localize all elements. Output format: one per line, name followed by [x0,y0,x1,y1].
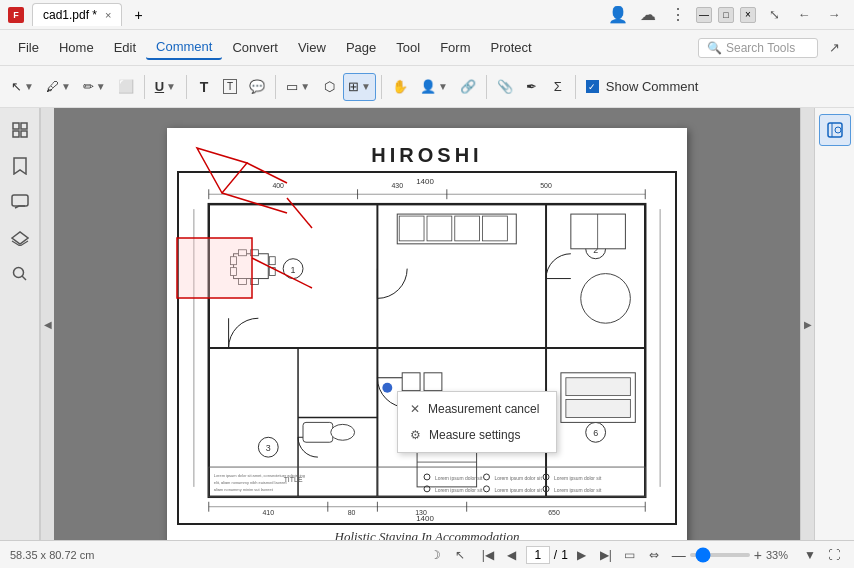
svg-text:Lorem ipsum dolor sit: Lorem ipsum dolor sit [554,488,602,493]
sidebar-comment-btn[interactable] [6,188,34,216]
next-page-btn[interactable]: ▶ [572,545,592,565]
page-dimensions: 58.35 x 80.72 cm [10,549,418,561]
menu-file[interactable]: File [8,36,49,59]
zoom-controls: — + 33% ▼ ⛶ [672,545,844,565]
select-tool-btn[interactable]: ↖ [450,545,470,565]
menu-convert[interactable]: Convert [222,36,288,59]
measurement-tool-btn[interactable]: ⊞ ▼ [343,73,376,101]
menu-view[interactable]: View [288,36,336,59]
left-collapse-btn[interactable]: ◀ [40,108,54,540]
pen-tool-btn[interactable]: ✏ ▼ [78,73,111,101]
menu-protect[interactable]: Protect [480,36,541,59]
text-icon: T [200,79,209,95]
first-page-btn[interactable]: |◀ [478,545,498,565]
formula-tool-btn[interactable]: Σ [546,73,570,101]
new-tab-btn[interactable]: + [124,3,152,27]
svg-rect-1 [21,123,27,129]
formula-icon: Σ [554,79,562,94]
hand-icon: ✋ [392,79,408,94]
cloud-icon[interactable]: ☁ [636,3,660,27]
toolbar: ↖ ▼ 🖊 ▼ ✏ ▼ ⬜ U ▼ T T 💬 ▭ ▼ ⬡ ⊞ ▼ ✋ [0,66,854,108]
zoom-in-btn[interactable]: + [754,547,762,563]
svg-text:80: 80 [348,509,356,516]
sep2 [186,75,187,99]
cursor-tool-btn[interactable]: ↖ ▼ [6,73,39,101]
attachment-tool-btn[interactable]: 📎 [492,73,518,101]
menu-home[interactable]: Home [49,36,104,59]
page-number-input[interactable]: 1 [526,546,550,564]
zoom-dropdown-btn[interactable]: ▼ [800,545,820,565]
last-page-btn[interactable]: ▶| [596,545,616,565]
window-close-btn[interactable]: × [740,7,756,23]
sep3 [275,75,276,99]
menu-form[interactable]: Form [430,36,480,59]
stamp-tool-btn[interactable]: ⬡ [317,73,341,101]
svg-text:1400: 1400 [416,177,434,186]
rectangle-tool-btn[interactable]: ▭ ▼ [281,73,315,101]
svg-rect-51 [231,257,237,265]
context-menu-settings[interactable]: ⚙ Measure settings [398,422,556,448]
menu-page[interactable]: Page [336,36,386,59]
textbox-tool-btn[interactable]: T [218,73,242,101]
show-comment-toggle[interactable]: ✓ Show Comment [581,73,703,101]
prev-page-btn[interactable]: ◀ [502,545,522,565]
menu-edit[interactable]: Edit [104,36,146,59]
cursor-icon: ↖ [11,79,22,94]
hand-tool-btn[interactable]: ✋ [387,73,413,101]
expand-icon[interactable]: ⤡ [762,3,786,27]
hand-scroll-btn[interactable]: ☽ [426,545,446,565]
text-tool-btn[interactable]: T [192,73,216,101]
svg-point-78 [382,383,392,393]
right-panel-icon[interactable] [819,114,851,146]
svg-text:Lorem ipsum dolor sit: Lorem ipsum dolor sit [554,476,602,481]
link-tool-btn[interactable]: 🔗 [455,73,481,101]
zoom-slider[interactable] [690,553,750,557]
more-options-icon[interactable]: ⋮ [666,3,690,27]
tab-close-btn[interactable]: × [105,9,111,21]
search-tools[interactable]: 🔍 Search Tools [698,38,818,58]
page-area[interactable]: HIROSHI 400 430 500 140 [54,108,800,540]
svg-rect-4 [12,195,28,206]
fit-width-btn[interactable]: ⇔ [644,545,664,565]
document-tab[interactable]: cad1.pdf * × [32,3,122,26]
menubar: File Home Edit Comment Convert View Page… [0,30,854,66]
sidebar-thumbnail-btn[interactable] [6,116,34,144]
right-collapse-btn[interactable]: ▶ [800,108,814,540]
sidebar-bookmark-btn[interactable] [6,152,34,180]
sidebar-search-btn[interactable] [6,260,34,288]
svg-text:1: 1 [291,265,296,275]
zoom-percent: 33% [766,549,796,561]
zoom-out-btn[interactable]: — [672,547,686,563]
person-tool-btn[interactable]: 👤 ▼ [415,73,453,101]
fit-page-btn[interactable]: ▭ [620,545,640,565]
textbox-icon: T [223,79,237,94]
page-separator: / [554,548,557,562]
callout-tool-btn[interactable]: 💬 [244,73,270,101]
pdf-subtitle: Holistic Staying In Accommodation [177,525,677,540]
underline-tool-btn[interactable]: U ▼ [150,73,181,101]
account-icon[interactable]: 👤 [606,3,630,27]
window-maximize-btn[interactable]: □ [718,7,734,23]
link-icon: 🔗 [460,79,476,94]
window-minimize-btn[interactable]: — [696,7,712,23]
menu-comment[interactable]: Comment [146,35,222,60]
context-menu-cancel[interactable]: ✕ Measurement cancel [398,396,556,422]
context-menu: ✕ Measurement cancel ⚙ Measure settings [397,391,557,453]
external-link-icon[interactable]: ↗ [822,36,846,60]
sidebar-layers-btn[interactable] [6,224,34,252]
fullscreen-btn[interactable]: ⛶ [824,545,844,565]
titlebar: F cad1.pdf * × + 👤 ☁ ⋮ — □ × ⤡ ← → [0,0,854,30]
annotation-tool-btn[interactable]: 🖊 ▼ [41,73,76,101]
rectangle-icon: ▭ [286,79,298,94]
bookmark-icon [12,157,28,175]
back-icon[interactable]: ← [792,3,816,27]
eraser-tool-btn[interactable]: ⬜ [113,73,139,101]
signature-tool-btn[interactable]: ✒ [520,73,544,101]
show-comment-checkbox[interactable]: ✓ [586,80,599,93]
menu-tool[interactable]: Tool [386,36,430,59]
right-sidebar [814,108,854,540]
pdf-page: HIROSHI 400 430 500 140 [167,128,687,540]
attachment-icon: 📎 [497,79,513,94]
svg-rect-50 [234,254,269,279]
forward-icon[interactable]: → [822,3,846,27]
